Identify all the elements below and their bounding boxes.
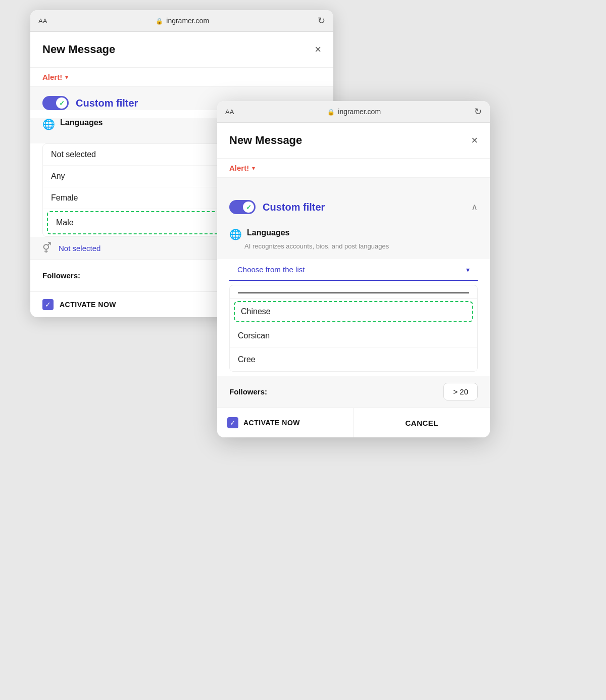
- front-activate-half: ✓ ACTIVATE NOW: [217, 408, 354, 437]
- front-activate-checkbox[interactable]: ✓: [227, 417, 238, 428]
- front-custom-filter-row: ✓ Custom filter ∧: [217, 193, 490, 221]
- back-globe-icon: 🌐: [42, 118, 55, 130]
- front-lang-corsican[interactable]: Corsican: [230, 324, 477, 348]
- front-url-bar: ingramer.com: [240, 108, 468, 116]
- front-custom-filter-label: Custom filter: [263, 202, 325, 213]
- front-browser-toolbar: AA ingramer.com ↻: [217, 101, 490, 123]
- back-gender-icon: ⚥: [42, 242, 52, 254]
- front-search-line: [238, 292, 469, 293]
- front-chevron-up-icon[interactable]: ∧: [471, 202, 478, 213]
- front-followers-value: > 20: [443, 383, 478, 401]
- back-url-bar: ingramer.com: [53, 17, 312, 25]
- front-globe-icon: 🌐: [229, 228, 242, 240]
- back-aa-label: AA: [38, 17, 47, 25]
- front-reload-icon[interactable]: ↻: [474, 106, 482, 117]
- back-activate-checkbox[interactable]: ✓: [42, 299, 54, 310]
- front-browser-window: AA ingramer.com ↻ New Message × Alert! ▾…: [217, 101, 490, 437]
- back-toggle-knob: ✓: [56, 97, 67, 109]
- front-bottom-action-row: ✓ ACTIVATE NOW CANCEL: [217, 408, 490, 437]
- front-cf-left: ✓ Custom filter: [229, 200, 325, 214]
- front-followers-label: Followers:: [229, 387, 267, 396]
- front-lang-search-bar: [230, 285, 477, 299]
- front-alert-bar: Alert! ▾: [217, 159, 490, 178]
- front-toggle-knob: ✓: [243, 202, 254, 213]
- front-alert-text: Alert!: [229, 164, 249, 172]
- front-url-text: ingramer.com: [338, 108, 381, 116]
- back-reload-icon[interactable]: ↻: [318, 15, 325, 26]
- back-custom-filter-label: Custom filter: [76, 97, 138, 109]
- back-activate-check: ✓: [45, 301, 51, 309]
- front-modal-header: New Message ×: [217, 123, 490, 159]
- front-followers-section: Followers: > 20: [217, 376, 490, 408]
- front-check-icon: ✓: [246, 204, 251, 211]
- front-choose-label: Choose from the list: [237, 265, 305, 274]
- front-lock-icon: [327, 108, 335, 116]
- front-lang-cree[interactable]: Cree: [230, 348, 477, 371]
- back-alert-bar: Alert! ▾: [30, 68, 333, 87]
- back-gender-not-selected: Not selected: [59, 244, 100, 253]
- front-languages-desc: AI recognizes accounts, bios, and post l…: [244, 242, 478, 250]
- back-languages-label: Languages: [60, 118, 103, 127]
- front-cancel-half[interactable]: CANCEL: [354, 410, 490, 436]
- back-browser-toolbar: AA ingramer.com ↻: [30, 10, 333, 32]
- back-followers-label: Followers:: [42, 271, 80, 280]
- front-close-button[interactable]: ×: [471, 134, 478, 147]
- front-activate-check-icon: ✓: [230, 419, 236, 427]
- back-modal-header: New Message ×: [30, 32, 333, 68]
- back-url-text: ingramer.com: [166, 17, 209, 25]
- back-activate-label[interactable]: ACTIVATE NOW: [60, 301, 116, 309]
- front-alert-chevron: ▾: [252, 165, 255, 172]
- back-check-icon: ✓: [59, 99, 65, 107]
- back-modal-title: New Message: [42, 43, 115, 56]
- back-close-button[interactable]: ×: [315, 43, 321, 56]
- front-languages-label: Languages: [247, 228, 289, 237]
- front-languages-row: 🌐 Languages: [229, 228, 478, 240]
- back-alert-text: Alert!: [42, 73, 62, 81]
- front-activate-label[interactable]: ACTIVATE NOW: [243, 419, 300, 427]
- front-choose-from-list[interactable]: Choose from the list ▾: [229, 259, 478, 281]
- front-modal-title: New Message: [229, 134, 302, 147]
- front-toggle-switch[interactable]: ✓: [229, 200, 256, 214]
- front-choose-chevron-icon: ▾: [466, 266, 470, 274]
- front-lang-chinese[interactable]: Chinese: [234, 301, 473, 322]
- front-cancel-label[interactable]: CANCEL: [406, 419, 439, 427]
- front-spacer: [217, 178, 490, 193]
- back-alert-chevron: ▾: [65, 74, 68, 81]
- front-aa-label: AA: [225, 108, 234, 116]
- back-lock-icon: [156, 17, 163, 25]
- front-languages-section: 🌐 Languages AI recognizes accounts, bios…: [217, 221, 490, 259]
- front-language-dropdown: Chinese Corsican Cree: [229, 285, 478, 372]
- back-toggle-switch[interactable]: ✓: [42, 96, 69, 110]
